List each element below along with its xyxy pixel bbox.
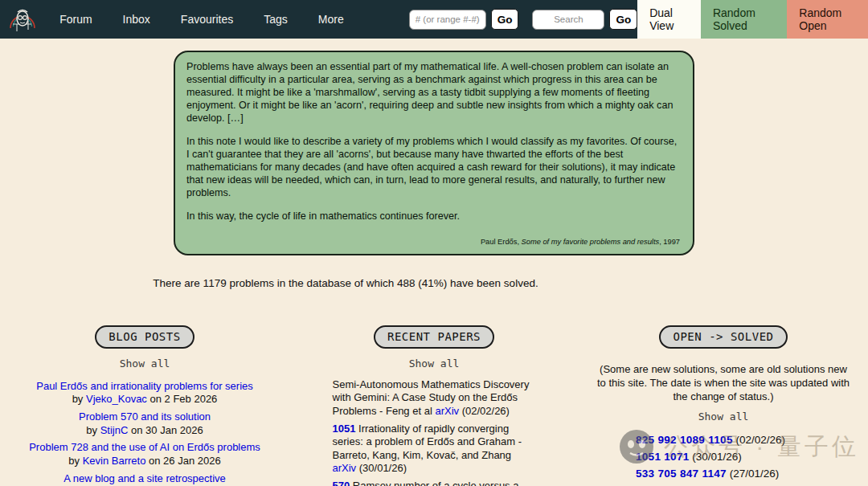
nav-item-more[interactable]: More bbox=[303, 0, 359, 39]
blog-post-item: Paul Erdős and irrationality problems fo… bbox=[0, 380, 289, 406]
paper-item: Semi-Autonomous Mathematics Discovery wi… bbox=[333, 378, 536, 418]
solved-problem-links[interactable]: 1051 1071 bbox=[636, 451, 690, 463]
problem-number-link[interactable]: 1051 bbox=[333, 423, 356, 435]
nav-links: Forum Inbox Favourites Tags More bbox=[44, 0, 359, 39]
solved-date: (30/01/26) bbox=[692, 451, 742, 463]
open-solved-button[interactable]: OPEN -> SOLVED bbox=[659, 325, 787, 349]
text-search: Go bbox=[532, 0, 637, 39]
blog-author-link[interactable]: StijnC bbox=[100, 424, 129, 436]
blog-post-title-link[interactable]: Problem 570 and its solution bbox=[0, 410, 289, 424]
problem-id-search: Go bbox=[409, 0, 519, 39]
navbar: Forum Inbox Favourites Tags More Go Go D… bbox=[0, 0, 868, 39]
dual-view-button[interactable]: Dual View bbox=[637, 0, 701, 39]
main-content: Problems have always been an essential p… bbox=[0, 51, 868, 486]
problem-number-link[interactable]: 570 bbox=[333, 480, 350, 486]
erdos-logo-icon bbox=[6, 3, 39, 35]
blog-post-byline: by Kevin Barreto on 26 Jan 2026 bbox=[0, 455, 289, 468]
quote-paragraph: In this way, the cycle of life in mathem… bbox=[186, 210, 682, 223]
blog-post-byline: by StijnC on 30 Jan 2026 bbox=[0, 424, 289, 438]
blog-post-item: Problem 728 and the use of AI on Erdős p… bbox=[0, 441, 289, 468]
paper-date: (30/01/26) bbox=[359, 462, 407, 474]
solved-date: (02/02/26) bbox=[736, 434, 786, 446]
paper-item: 1051 Irrationality of rapidly converging… bbox=[333, 423, 536, 476]
blog-post-title-link[interactable]: A new blog and a site retrospective bbox=[0, 472, 289, 486]
search-input[interactable] bbox=[532, 10, 604, 30]
blog-show-all-link[interactable]: Show all bbox=[120, 357, 170, 370]
blog-author-link[interactable]: Kevin Barreto bbox=[83, 455, 146, 467]
database-stats-line: There are 1179 problems in the database … bbox=[0, 277, 691, 289]
solved-problem-links[interactable]: 825 992 1089 1105 bbox=[636, 434, 733, 446]
problem-id-input[interactable] bbox=[409, 10, 486, 30]
paper-date: (02/02/26) bbox=[462, 405, 510, 417]
blog-author-link[interactable]: Vjeko_Kovac bbox=[86, 393, 147, 405]
site-logo[interactable] bbox=[0, 0, 44, 39]
papers-list: Semi-Autonomous Mathematics Discovery wi… bbox=[333, 378, 536, 486]
random-solved-button[interactable]: Random Solved bbox=[701, 0, 787, 39]
arxiv-link[interactable]: arXiv bbox=[435, 405, 459, 417]
blog-posts-button[interactable]: BLOG POSTS bbox=[95, 325, 194, 349]
nav-item-inbox[interactable]: Inbox bbox=[108, 0, 166, 39]
blog-post-list: Paul Erdős and irrationality problems fo… bbox=[0, 380, 289, 486]
quote-attribution: Paul Erdős, Some of my favorite problems… bbox=[186, 238, 680, 246]
nav-item-forum[interactable]: Forum bbox=[44, 0, 107, 39]
search-go-button[interactable]: Go bbox=[609, 9, 637, 30]
quote-paragraph: Problems have always been an essential p… bbox=[186, 61, 682, 125]
solved-row: 1051 1071 (30/01/26) bbox=[636, 451, 829, 463]
problem-id-go-button[interactable]: Go bbox=[491, 9, 519, 30]
nav-item-tags[interactable]: Tags bbox=[248, 0, 303, 39]
arxiv-link[interactable]: arXiv bbox=[333, 462, 357, 474]
open-solved-column: OPEN -> SOLVED (Some are new solutions, … bbox=[579, 325, 868, 486]
paper-item: 570 Ramsey number of a cycle versus a gr… bbox=[333, 480, 536, 486]
quote-paragraph: In this note I would like to describe a … bbox=[186, 136, 682, 200]
blog-post-byline: by Vjeko_Kovac on 2 Feb 2026 bbox=[0, 393, 289, 406]
blog-post-title-link[interactable]: Problem 728 and the use of AI on Erdős p… bbox=[0, 441, 289, 455]
solved-row: 825 992 1089 1105 (02/02/26) bbox=[636, 434, 829, 446]
random-open-button[interactable]: Random Open bbox=[787, 0, 868, 39]
erdos-quote-box: Problems have always been an essential p… bbox=[174, 51, 694, 255]
solved-problem-links[interactable]: 533 705 847 1147 bbox=[636, 468, 727, 480]
recent-papers-column: RECENT PAPERS Show all Semi-Autonomous M… bbox=[289, 325, 579, 486]
paper-text: Ramsey number of a cycle versus a graph … bbox=[333, 480, 519, 486]
solved-list: 825 992 1089 1105 (02/02/26) 1051 1071 (… bbox=[618, 434, 829, 486]
paper-text: Irrationality of rapidly converging seri… bbox=[333, 423, 522, 461]
nav-item-favourites[interactable]: Favourites bbox=[166, 0, 248, 39]
blog-post-title-link[interactable]: Paul Erdős and irrationality problems fo… bbox=[0, 380, 289, 394]
blog-post-item: Problem 570 and its solution by StijnC o… bbox=[0, 410, 289, 437]
blog-posts-column: BLOG POSTS Show all Paul Erdős and irrat… bbox=[0, 325, 289, 486]
solved-date: (27/01/26) bbox=[730, 468, 780, 480]
solved-row: 533 705 847 1147 (27/01/26) bbox=[636, 468, 829, 480]
blog-post-item: A new blog and a site retrospective by T… bbox=[0, 472, 289, 486]
recent-papers-button[interactable]: RECENT PAPERS bbox=[374, 325, 494, 349]
papers-show-all-link[interactable]: Show all bbox=[409, 357, 460, 370]
open-solved-note: (Some are new solutions, some are old so… bbox=[595, 362, 852, 404]
solved-show-all-link[interactable]: Show all bbox=[698, 410, 749, 423]
navbar-actions: Dual View Random Solved Random Open bbox=[637, 0, 868, 39]
columns: BLOG POSTS Show all Paul Erdős and irrat… bbox=[0, 325, 868, 486]
